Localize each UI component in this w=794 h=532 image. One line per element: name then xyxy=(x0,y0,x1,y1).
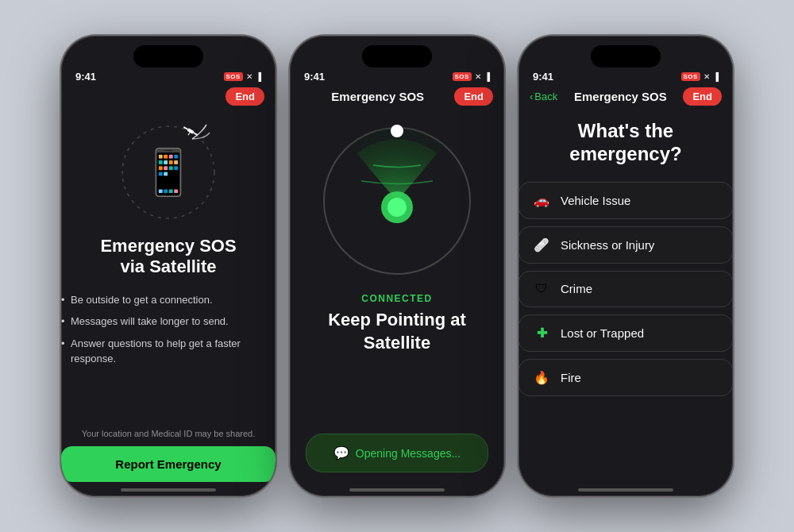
pointing-title: Keep Pointing at Satellite xyxy=(328,309,466,354)
nav-bar-2: Emergency SOS End xyxy=(290,84,504,110)
crime-icon: 🛡 xyxy=(532,282,551,296)
battery-icon-2: ▐ xyxy=(484,72,490,81)
sos-badge-3: SOS xyxy=(681,72,700,81)
dynamic-island-3 xyxy=(591,45,661,67)
fire-icon: 🔥 xyxy=(532,370,551,385)
end-button-3[interactable]: End xyxy=(683,87,722,106)
end-button-1[interactable]: End xyxy=(225,87,264,106)
bullet-list: Be outside to get a connection. Messages… xyxy=(61,292,276,373)
svg-line-4 xyxy=(188,133,190,135)
home-indicator-2 xyxy=(349,488,445,492)
svg-point-8 xyxy=(391,125,403,137)
bullet-2: Messages will take longer to send. xyxy=(61,314,276,330)
sickness-icon: 🩹 xyxy=(532,237,551,253)
emergency-question: What's the emergency? xyxy=(518,110,733,182)
nav-title-2: Emergency SOS xyxy=(331,90,424,103)
battery-icon-1: ▐ xyxy=(256,72,261,81)
signal-icon-1: ✕ xyxy=(246,72,252,81)
option-sickness-injury[interactable]: 🩹 Sickness or Injury xyxy=(518,226,733,264)
report-emergency-button[interactable]: Report Emergency xyxy=(61,446,276,482)
battery-icon-3: ▐ xyxy=(713,72,719,81)
status-bar-2: 9:41 SOS ✕ ▐ xyxy=(290,67,504,84)
signal-icon-3: ✕ xyxy=(703,72,710,81)
phone-3: 9:41 SOS ✕ ▐ ‹ Back Emergency SOS End Wh… xyxy=(518,36,733,496)
option-lost-trapped[interactable]: ✚ Lost or Trapped xyxy=(518,314,733,352)
nav-bar-1: End xyxy=(61,84,276,110)
phones-container: 9:41 SOS ✕ ▐ End xyxy=(61,36,733,496)
screen-2: CONNECTED Keep Pointing at Satellite 💬 O… xyxy=(290,110,504,482)
phone-2: 9:41 SOS ✕ ▐ Emergency SOS End xyxy=(290,36,504,496)
share-notice: Your location and Medical ID may be shar… xyxy=(61,429,276,438)
vehicle-icon: 🚗 xyxy=(532,193,551,208)
option-fire-label: Fire xyxy=(561,371,581,384)
sos-badge-1: SOS xyxy=(224,72,243,81)
status-icons-2: SOS ✕ ▐ xyxy=(453,72,491,81)
radar-container xyxy=(318,121,476,280)
back-button[interactable]: ‹ Back xyxy=(530,91,557,102)
option-vehicle-label: Vehicle Issue xyxy=(561,194,630,207)
lost-icon: ✚ xyxy=(532,326,551,341)
connected-label: CONNECTED xyxy=(361,293,433,304)
home-indicator-3 xyxy=(578,488,673,492)
option-crime[interactable]: 🛡 Crime xyxy=(518,271,733,307)
option-lost-label: Lost or Trapped xyxy=(561,326,644,340)
home-indicator-1 xyxy=(121,488,216,492)
chevron-left-icon: ‹ xyxy=(530,91,533,102)
option-fire[interactable]: 🔥 Fire xyxy=(518,359,733,396)
bullet-3: Answer questions to help get a faster re… xyxy=(61,336,276,367)
time-3: 9:41 xyxy=(533,71,553,83)
end-button-2[interactable]: End xyxy=(454,87,493,106)
phone-hand-icon: 📱 xyxy=(141,146,196,199)
signal-icon-2: ✕ xyxy=(475,72,481,81)
dynamic-island-1 xyxy=(133,45,203,67)
status-icons-1: SOS ✕ ▐ xyxy=(224,72,262,81)
option-list: 🚗 Vehicle Issue 🩹 Sickness or Injury 🛡 C… xyxy=(518,182,733,396)
status-bar-1: 9:41 SOS ✕ ▐ xyxy=(61,67,276,84)
status-icons-3: SOS ✕ ▐ xyxy=(681,72,719,81)
radar-svg xyxy=(318,121,476,280)
time-1: 9:41 xyxy=(75,71,96,83)
screen-1: 📱 Emergency SOS via Satellite Be outside… xyxy=(61,110,276,482)
opening-messages-label: Opening Messages... xyxy=(356,447,461,460)
option-crime-label: Crime xyxy=(561,282,592,295)
main-title-1: Emergency SOS via Satellite xyxy=(61,236,276,278)
bullet-1: Be outside to get a connection. xyxy=(61,292,276,308)
opening-messages-button[interactable]: 💬 Opening Messages... xyxy=(306,434,488,472)
dynamic-island-2 xyxy=(362,45,432,67)
screen-3: What's the emergency? 🚗 Vehicle Issue 🩹 … xyxy=(518,110,733,482)
satellite-illustration: 📱 xyxy=(113,117,224,228)
sos-badge-2: SOS xyxy=(453,72,472,81)
back-label: Back xyxy=(534,91,557,102)
phone-1: 9:41 SOS ✕ ▐ End xyxy=(61,36,276,496)
nav-bar-3: ‹ Back Emergency SOS End xyxy=(518,84,733,110)
time-2: 9:41 xyxy=(304,71,325,83)
option-sickness-label: Sickness or Injury xyxy=(561,238,654,252)
nav-title-3: Emergency SOS xyxy=(574,90,667,103)
svg-rect-1 xyxy=(187,128,195,133)
option-vehicle-issue[interactable]: 🚗 Vehicle Issue xyxy=(518,182,733,219)
svg-point-7 xyxy=(387,198,407,217)
message-bubble-icon: 💬 xyxy=(333,445,349,461)
status-bar-3: 9:41 SOS ✕ ▐ xyxy=(518,67,733,84)
